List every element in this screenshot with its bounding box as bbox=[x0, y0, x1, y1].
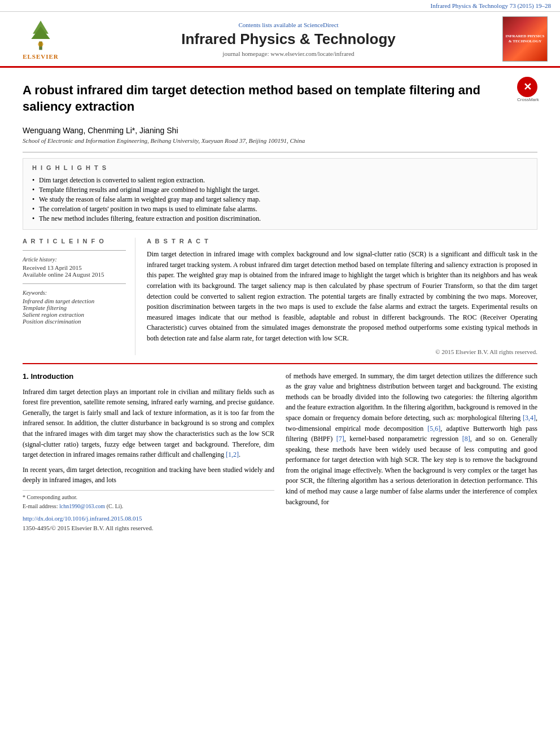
divider-1 bbox=[23, 152, 537, 152]
keyword-item: Salient region extraction bbox=[23, 311, 126, 318]
highlights-section: H I G H L I G H T S Dim target detection… bbox=[23, 158, 537, 230]
journal-header: ELSEVIER Contents lists available at Sci… bbox=[0, 12, 560, 68]
svg-point-4 bbox=[38, 42, 43, 47]
keyword-item: Template filtering bbox=[23, 304, 126, 311]
footer-issn: 1350-4495/© 2015 Elsevier B.V. All right… bbox=[23, 523, 274, 533]
article-info-heading: A R T I C L E I N F O bbox=[23, 238, 126, 244]
ref-8[interactable]: [8] bbox=[462, 435, 470, 443]
copyright-line: © 2015 Elsevier B.V. All rights reserved… bbox=[147, 348, 537, 355]
sciencedirect-link[interactable]: Contents lists available at ScienceDirec… bbox=[75, 21, 502, 28]
highlights-list: Dim target detection is converted to sal… bbox=[32, 176, 528, 224]
intro-heading: 1. Introduction bbox=[23, 371, 274, 382]
journal-homepage: journal homepage: www.elsevier.com/locat… bbox=[75, 50, 502, 57]
article-history: Article history: Received 13 April 2015 … bbox=[23, 256, 126, 278]
background-word-1: background bbox=[171, 419, 203, 427]
keyword-item: Infrared dim target detection bbox=[23, 298, 126, 304]
article-info: A R T I C L E I N F O Article history: R… bbox=[23, 238, 135, 355]
body-col-right: of methods have emerged. In summary, the… bbox=[286, 371, 537, 534]
footnote-email-suffix: (C. Li). bbox=[107, 503, 124, 509]
ref-7[interactable]: [7] bbox=[336, 435, 344, 443]
keyword-item: Position discrimination bbox=[23, 318, 126, 325]
highlight-item: Template filtering results and original … bbox=[32, 185, 528, 195]
article-title: A robust infrared dim target detection m… bbox=[23, 82, 510, 115]
history-label: Article history: bbox=[23, 256, 126, 263]
crossmark-icon: ✕ bbox=[517, 77, 537, 97]
footer-doi[interactable]: http://dx.doi.org/10.1016/j.infrared.201… bbox=[23, 514, 274, 523]
main-content: A robust infrared dim target detection m… bbox=[0, 68, 560, 542]
crossmark-badge[interactable]: ✕ CrossMark bbox=[517, 77, 537, 97]
keywords-label: Keywords: bbox=[23, 290, 126, 296]
abstract-heading: A B S T R A C T bbox=[147, 238, 537, 244]
received-date: Received 13 April 2015 bbox=[23, 264, 126, 271]
journal-citation: Infrared Physics & Technology 73 (2015) … bbox=[431, 2, 552, 9]
highlight-item: We study the reason of false alarm in we… bbox=[32, 195, 528, 204]
footnote-email[interactable]: lchn1990@163.com bbox=[59, 503, 105, 509]
intro-para-1: Infrared dim target detection plays an i… bbox=[23, 387, 274, 460]
ref-1-2[interactable]: [1,2] bbox=[226, 451, 239, 458]
elsevier-tree-icon bbox=[18, 18, 63, 52]
highlight-item: The new method includes filtering, featu… bbox=[32, 214, 528, 224]
highlight-item: Dim target detection is converted to sal… bbox=[32, 176, 528, 185]
info-abstract-section: A R T I C L E I N F O Article history: R… bbox=[23, 238, 537, 355]
body-text: 1. Introduction Infrared dim target dete… bbox=[23, 371, 537, 534]
journal-cover-image: INFRARED PHYSICS & TECHNOLOGY bbox=[502, 16, 548, 62]
keywords-list: Infrared dim target detection Template f… bbox=[23, 298, 126, 325]
elsevier-logo-area: ELSEVIER bbox=[7, 18, 75, 60]
cover-text: INFRARED PHYSICS & TECHNOLOGY bbox=[505, 34, 545, 44]
footnote-asterisk: * Corresponding author. bbox=[23, 493, 274, 502]
intro-para-2: In recent years, dim target detection, r… bbox=[23, 465, 274, 486]
intro-col2-para1: of methods have emerged. In summary, the… bbox=[286, 371, 537, 508]
available-date: Available online 24 August 2015 bbox=[23, 271, 126, 278]
author-names: Wenguang Wang, Chenming Li*, Jianing Shi bbox=[23, 126, 178, 135]
elsevier-label: ELSEVIER bbox=[23, 53, 59, 60]
ref-5-6[interactable]: [5,6] bbox=[427, 425, 440, 433]
footnote: * Corresponding author. E-mail address: … bbox=[23, 490, 274, 510]
keywords-section: Keywords: Infrared dim target detection … bbox=[23, 290, 126, 325]
info-divider bbox=[23, 250, 126, 251]
journal-citation-bar: Infrared Physics & Technology 73 (2015) … bbox=[0, 0, 560, 12]
elsevier-logo: ELSEVIER bbox=[7, 18, 75, 60]
header-center: Contents lists available at ScienceDirec… bbox=[75, 21, 502, 57]
body-section-divider bbox=[23, 363, 537, 364]
highlight-item: The correlation of targets' position in … bbox=[32, 204, 528, 214]
ref-3-4[interactable]: [3,4] bbox=[523, 414, 536, 422]
sciencedirect-anchor[interactable]: ScienceDirect bbox=[304, 21, 339, 28]
authors-line: Wenguang Wang, Chenming Li*, Jianing Shi bbox=[23, 126, 537, 135]
info-divider-2 bbox=[23, 283, 126, 284]
abstract-section: A B S T R A C T Dim target detection in … bbox=[147, 238, 537, 355]
abstract-text: Dim target detection in infrared image w… bbox=[147, 249, 537, 343]
footer-doi-line: http://dx.doi.org/10.1016/j.infrared.201… bbox=[23, 514, 274, 533]
background-word-2: background bbox=[467, 382, 499, 390]
footnote-email-label: E-mail address: bbox=[23, 503, 58, 509]
highlights-heading: H I G H L I G H T S bbox=[32, 164, 528, 171]
journal-title-header: Infrared Physics & Technology bbox=[75, 30, 502, 48]
footnote-email-line: E-mail address: lchn1990@163.com (C. Li)… bbox=[23, 502, 274, 511]
journal-cover-area: INFRARED PHYSICS & TECHNOLOGY bbox=[502, 16, 553, 62]
background-word-3: background bbox=[457, 403, 489, 411]
body-col-left: 1. Introduction Infrared dim target dete… bbox=[23, 371, 274, 534]
affiliation: School of Electronic and Information Eng… bbox=[23, 137, 537, 144]
